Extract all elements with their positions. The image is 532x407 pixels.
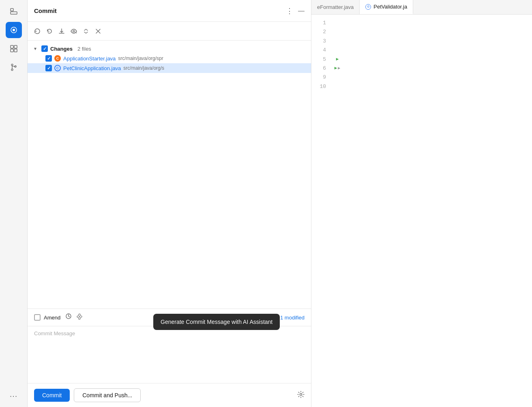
more-icon: ··· (10, 391, 18, 401)
file-icon-starter: C (54, 55, 61, 62)
line-num-6: 6 (311, 64, 326, 73)
chevron-down-icon: ▾ (34, 46, 39, 51)
gutter-4 (332, 46, 342, 55)
bottom-section: Amend 1 (28, 308, 311, 407)
changes-group-checkbox[interactable] (41, 45, 48, 52)
more-options-icon[interactable]: ⋮ (286, 6, 293, 15)
gutter-5[interactable]: ▶ (332, 55, 342, 64)
svg-rect-0 (11, 9, 13, 11)
line-num-9: 9 (311, 73, 326, 82)
commit-button[interactable]: Commit (34, 389, 70, 402)
svg-rect-4 (11, 45, 13, 48)
panel-header: Commit ⋮ — (28, 0, 311, 22)
line-num-2: 2 (311, 28, 326, 36)
expand-icon-6[interactable]: ▶ (338, 65, 340, 72)
file-path-starter: src/main/java/org/spr (118, 56, 163, 61)
activity-bar-item-structure[interactable] (6, 41, 22, 57)
amend-label: Amend (44, 315, 60, 321)
eye-icon[interactable] (71, 28, 77, 34)
svg-point-8 (11, 64, 13, 66)
stat-added: 1 added (256, 315, 275, 321)
code-line-1: package org.springfram (342, 19, 532, 28)
svg-rect-5 (14, 45, 17, 48)
code-line-10 (342, 82, 532, 91)
editor-tabs: eFormatter.java © PetValidator.ja (311, 0, 532, 15)
amend-checkbox[interactable] (34, 314, 41, 321)
file-tree: ▾ Changes 2 files C ApplicationStarter.j… (28, 41, 311, 308)
refresh-icon[interactable] (34, 28, 41, 34)
amend-icons (65, 313, 83, 322)
code-lines: package org.springfram import org.spring… (342, 18, 532, 404)
stat-modified: 1 modified (280, 315, 305, 321)
activity-bar-item-more[interactable]: ··· (6, 388, 22, 404)
file-name-starter: ApplicationStarter.java (63, 56, 116, 62)
file-item-application-starter[interactable]: C ApplicationStarter.java src/main/java/… (28, 54, 311, 63)
svg-point-12 (73, 30, 75, 32)
line-num-4: 4 (311, 46, 326, 55)
commit-and-push-button[interactable]: Commit and Push... (74, 388, 141, 402)
header-icons: ⋮ — (286, 6, 305, 15)
changes-group-header[interactable]: ▾ Changes 2 files (28, 44, 311, 54)
code-line-4 (342, 46, 532, 55)
gutter: ▶ ▶ ▶ (332, 18, 342, 404)
settings-icon[interactable] (297, 391, 305, 400)
clock-icon[interactable] (65, 313, 72, 322)
svg-rect-7 (14, 49, 17, 52)
stats-area: 1 added 1 modified (256, 315, 305, 321)
line-num-1: 1 (311, 19, 326, 28)
commit-actions: Commit Commit and Push... (28, 383, 311, 407)
changes-group-label: Changes (50, 46, 73, 52)
file-checkbox-petclinic[interactable] (45, 65, 52, 71)
line-num-3: 3 (311, 37, 326, 46)
gutter-10 (332, 82, 342, 91)
commit-panel: Commit ⋮ — (28, 0, 311, 407)
gutter-1 (332, 19, 342, 28)
file-checkbox-starter[interactable] (45, 55, 52, 62)
changes-group-count: 2 files (77, 46, 91, 52)
tab-label-eformatter: eFormatter.java (317, 4, 354, 10)
file-name-petclinic: PetClinicApplication.java (63, 65, 121, 71)
panel-title: Commit (34, 7, 286, 14)
activity-bar-item-vcs[interactable] (6, 22, 22, 38)
line-numbers: 1 2 3 4 5 6 9 10 (311, 18, 332, 404)
tab-petvalidator[interactable]: © PetValidator.ja (360, 0, 413, 14)
line-num-5: 5 (311, 55, 326, 64)
activity-bar-item-project[interactable] (6, 3, 22, 19)
svg-point-15 (300, 393, 302, 395)
svg-rect-6 (11, 49, 13, 52)
file-path-petclinic: src/main/java/org/s (123, 65, 164, 71)
tab-eformatter[interactable]: eFormatter.java (311, 0, 360, 14)
svg-rect-1 (11, 12, 17, 14)
code-area: 1 2 3 4 5 6 9 10 ▶ ▶ ▶ (311, 15, 532, 407)
activity-bar-item-branches[interactable] (6, 59, 22, 75)
gutter-3 (332, 37, 342, 46)
run-icon-6[interactable]: ▶ (335, 65, 337, 72)
gutter-2 (332, 28, 342, 36)
editor-panel: eFormatter.java © PetValidator.ja 1 2 3 … (311, 0, 532, 407)
minimize-icon[interactable]: — (298, 7, 305, 15)
undo-icon[interactable] (46, 28, 53, 34)
svg-point-9 (11, 69, 13, 71)
code-line-3: import org.springframe (342, 37, 532, 46)
tab-label-petvalidator: PetValidator.ja (373, 4, 407, 10)
gutter-6: ▶ ▶ (332, 64, 342, 73)
file-item-petclinic[interactable]: C PetClinicApplication.java src/main/jav… (28, 63, 311, 73)
amend-row: Amend 1 (28, 309, 311, 326)
code-line-9: } (342, 73, 532, 82)
toolbar (28, 22, 311, 41)
code-line-6: public static void (342, 64, 532, 73)
run-icon-5[interactable]: ▶ (336, 56, 339, 63)
expand-icon[interactable] (83, 28, 89, 34)
download-icon[interactable] (58, 28, 65, 34)
svg-point-2 (13, 29, 15, 31)
line-num-10: 10 (311, 82, 326, 91)
activity-bar: ··· (0, 0, 28, 407)
ai-icon[interactable] (76, 313, 83, 322)
file-icon-petclinic: C (54, 65, 61, 71)
svg-point-14 (79, 316, 80, 317)
amend-tooltip-container: Amend 1 (28, 309, 311, 326)
gutter-9 (332, 73, 342, 82)
close-icon[interactable] (95, 28, 101, 34)
code-line-2 (342, 28, 532, 36)
commit-message-area[interactable]: Commit Message (28, 326, 311, 383)
